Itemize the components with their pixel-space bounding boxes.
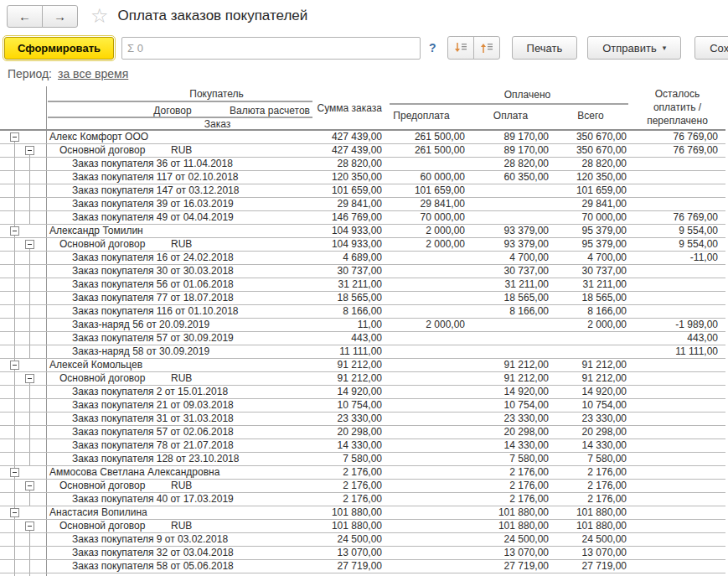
table-row[interactable]: Аммосова Светлана Александровна2 176,002… bbox=[0, 466, 725, 480]
cell-remaining bbox=[629, 278, 725, 291]
table-row[interactable]: Заказ покупателя 30 от 30.03.201830 737,… bbox=[0, 265, 725, 278]
cell-order-sum: 7 580,00 bbox=[312, 453, 385, 465]
table-row[interactable]: Заказ покупателя 32 от 03.04.201813 070,… bbox=[0, 547, 725, 560]
table-row[interactable]: Заказ покупателя 40 от 17.03.20192 176,0… bbox=[0, 493, 725, 506]
tree-line bbox=[29, 278, 30, 291]
cell-order-sum: 427 439,00 bbox=[312, 131, 385, 143]
table-row[interactable]: Анастасия Вопилина101 880,00101 880,0010… bbox=[0, 506, 725, 520]
cell-payment: 24 500,00 bbox=[469, 533, 552, 546]
help-icon[interactable]: ? bbox=[429, 41, 436, 54]
table-row[interactable]: Алекс Комфорт ООО427 439,00261 500,0089 … bbox=[0, 131, 725, 144]
cell-payment: 10 754,00 bbox=[469, 399, 552, 412]
print-button[interactable]: Печать bbox=[512, 36, 578, 60]
period-value-link[interactable]: за все время bbox=[58, 67, 128, 80]
sum-indicator-input[interactable] bbox=[121, 37, 421, 60]
table-row[interactable]: Заказ покупателя 78 от 21.07.201814 330,… bbox=[0, 439, 725, 453]
collapse-toggle[interactable] bbox=[10, 132, 19, 142]
collapse-toggle[interactable] bbox=[10, 226, 19, 236]
cell-payment: 89 170,00 bbox=[469, 131, 552, 143]
tree-line bbox=[14, 236, 15, 237]
row-name-cell: Заказ покупателя 40 от 17.03.2019 bbox=[46, 493, 312, 506]
table-row[interactable]: Заказ покупателя 58 от 05.06.201827 719,… bbox=[0, 560, 725, 573]
tree-line bbox=[29, 533, 30, 546]
expand-groups-button[interactable] bbox=[473, 36, 500, 60]
table-row[interactable]: Заказ покупателя 21 от 09.03.201810 754,… bbox=[0, 399, 725, 413]
table-row[interactable]: Заказ-наряд 58 от 30.09.201911 111,0011 … bbox=[0, 345, 725, 359]
table-row[interactable]: Заказ покупателя 57 от 30.09.2019443,004… bbox=[0, 332, 725, 345]
table-row[interactable]: Заказ покупателя 31 от 31.03.201823 330,… bbox=[0, 413, 725, 426]
table-row[interactable]: Заказ-наряд 56 от 20.09.201911,002 000,0… bbox=[0, 319, 725, 332]
table-row[interactable]: Заказ покупателя 49 от 04.04.2019146 769… bbox=[0, 211, 725, 225]
table-row[interactable]: Заказ покупателя 39 от 16.03.201929 841,… bbox=[0, 198, 725, 211]
collapse-toggle[interactable] bbox=[25, 240, 34, 249]
cell-remaining: 76 769,00 bbox=[629, 211, 725, 224]
row-label: Заказ покупателя 58 от 05.06.2018 bbox=[72, 560, 234, 572]
cell-total bbox=[552, 332, 629, 345]
cell-total: 2 176,00 bbox=[552, 480, 629, 492]
table-row[interactable]: Алексей Комольцев91 212,0091 212,0091 21… bbox=[0, 359, 725, 372]
row-label: Заказ покупателя 36 от 11.04.2018 bbox=[72, 158, 233, 169]
collapse-toggle[interactable] bbox=[25, 481, 34, 490]
cell-remaining bbox=[629, 158, 725, 170]
table-row[interactable]: Основной договорRUB91 212,0091 212,0091 … bbox=[0, 372, 725, 386]
cell-prepayment bbox=[385, 399, 469, 412]
collapse-toggle[interactable] bbox=[25, 374, 34, 383]
collapse-toggle[interactable] bbox=[10, 361, 19, 370]
tree-gutter bbox=[0, 359, 46, 371]
table-row[interactable]: Заказ покупателя 77 от 18.07.201818 565,… bbox=[0, 292, 725, 305]
table-row[interactable]: Заказ покупателя 9 от 03.02.201824 500,0… bbox=[0, 533, 725, 547]
cell-order-sum: 101 659,00 bbox=[312, 184, 385, 197]
table-row[interactable]: Заказ покупателя 56 от 01.06.201831 211,… bbox=[0, 278, 725, 292]
table-row[interactable]: Заказ покупателя 117 от 02.10.2018120 35… bbox=[0, 171, 725, 184]
tree-line bbox=[14, 171, 15, 184]
cell-payment: 27 719,00 bbox=[469, 560, 552, 573]
tree-gutter bbox=[0, 386, 46, 398]
header-remaining-line: Осталось bbox=[629, 87, 725, 101]
report-table: Покупатель Договор Валюта расчетов Заказ… bbox=[0, 86, 725, 576]
header-customer-group: Покупатель Договор Валюта расчетов Заказ bbox=[46, 86, 312, 129]
collapse-toggle[interactable] bbox=[10, 508, 19, 517]
table-row[interactable]: Основной договорRUB2 176,002 176,002 176… bbox=[0, 480, 725, 493]
collapse-toggle[interactable] bbox=[25, 146, 34, 155]
cell-order-sum: 146 769,00 bbox=[312, 211, 385, 224]
save-button[interactable]: Сохранить bbox=[694, 36, 728, 60]
cell-order-sum: 30 737,00 bbox=[312, 265, 385, 278]
table-row[interactable]: Александр Томилин104 933,002 000,0093 37… bbox=[0, 225, 725, 238]
back-button[interactable]: ← bbox=[7, 5, 43, 28]
tree-gutter bbox=[0, 265, 46, 278]
generate-button[interactable]: Сформировать bbox=[4, 37, 114, 60]
cell-payment bbox=[469, 332, 552, 345]
table-row[interactable]: Заказ покупателя 57 от 02.06.201820 298,… bbox=[0, 426, 725, 439]
tree-line bbox=[14, 278, 15, 291]
table-row[interactable]: Заказ покупателя 36 от 11.04.201828 820,… bbox=[0, 158, 725, 171]
table-row[interactable]: Заказ покупателя 128 от 23.10.20187 580,… bbox=[0, 453, 725, 466]
forward-button[interactable]: → bbox=[42, 5, 78, 28]
collapse-toggle[interactable] bbox=[25, 522, 34, 531]
tree-line bbox=[29, 560, 30, 573]
table-row[interactable]: Основной договорRUB427 439,00261 500,008… bbox=[0, 144, 725, 158]
table-row[interactable]: Заказ покупателя 2 от 15.01.201814 920,0… bbox=[0, 386, 725, 399]
cell-total bbox=[552, 345, 629, 358]
cell-total: 24 500,00 bbox=[552, 533, 629, 546]
favorite-star-icon[interactable]: ☆ bbox=[90, 6, 109, 26]
row-label: Заказ покупателя 57 от 02.06.2018 bbox=[72, 426, 234, 438]
row-label: Алексей Комольцев bbox=[49, 359, 142, 371]
collapse-toggle[interactable] bbox=[10, 468, 19, 477]
table-row[interactable]: Заказ покупателя 116 от 01.10.20188 166,… bbox=[0, 305, 725, 319]
table-row[interactable]: Основной договорRUB104 933,002 000,0093 … bbox=[0, 238, 725, 252]
table-row[interactable]: Заказ покупателя 147 от 03.12.2018101 65… bbox=[0, 184, 725, 198]
cell-payment bbox=[469, 211, 552, 224]
table-row[interactable]: Основной договорRUB101 880,00101 880,001… bbox=[0, 520, 725, 533]
send-button[interactable]: Отправить ▾ bbox=[587, 36, 681, 60]
cell-order-sum: 443,00 bbox=[312, 332, 385, 345]
cell-total: 31 211,00 bbox=[552, 278, 629, 291]
table-row[interactable]: Заказ покупателя 16 от 24.02.20184 689,0… bbox=[0, 252, 725, 265]
cell-remaining bbox=[629, 386, 725, 398]
tree-gutter bbox=[0, 426, 46, 438]
collapse-groups-button[interactable] bbox=[447, 36, 474, 60]
header-remaining: Осталось оплатить / переплачено bbox=[629, 86, 725, 129]
cell-total: 30 737,00 bbox=[552, 265, 629, 278]
cell-remaining: 9 554,00 bbox=[629, 225, 725, 237]
tree-line bbox=[14, 142, 15, 143]
row-name-cell: Заказ покупателя 31 от 31.03.2018 bbox=[46, 413, 312, 425]
